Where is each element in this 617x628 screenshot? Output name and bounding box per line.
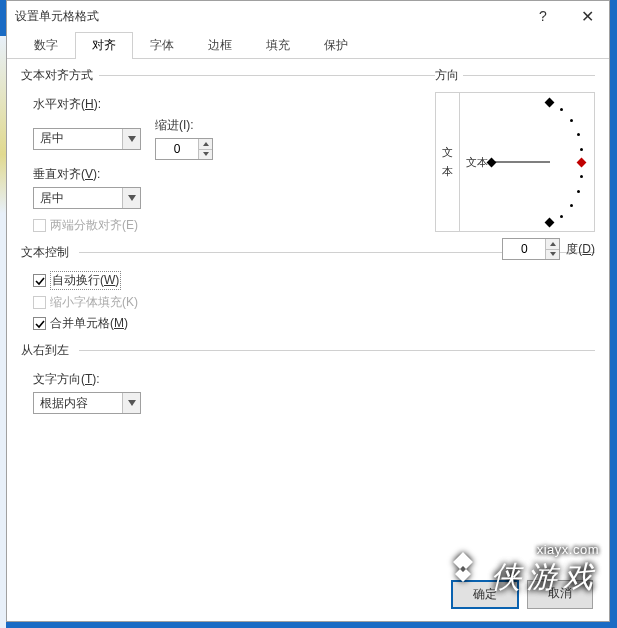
cancel-button[interactable]: 取消	[527, 580, 593, 609]
wrap-text-checkbox[interactable]: 自动换行(W)	[33, 271, 595, 290]
indent-spinner[interactable]	[155, 138, 213, 160]
dial-tick	[577, 133, 580, 136]
help-button[interactable]: ?	[521, 1, 565, 31]
group-label: 文本控制	[21, 244, 73, 261]
horizontal-align-combo[interactable]: 居中	[33, 128, 141, 150]
degree-spinner[interactable]	[502, 238, 560, 260]
dial-tick	[570, 204, 573, 207]
merge-cells-checkbox[interactable]: 合并单元格(M)	[33, 315, 595, 332]
chevron-down-icon	[122, 393, 140, 413]
degree-label: 度(D)	[566, 241, 595, 258]
vertical-align-combo[interactable]: 居中	[33, 187, 141, 209]
close-button[interactable]: ✕	[565, 1, 609, 31]
text-direction-combo[interactable]: 根据内容	[33, 392, 141, 414]
chevron-down-icon	[122, 129, 140, 149]
horizontal-align-value: 居中	[34, 129, 122, 149]
vertical-align-label: 垂直对齐(V):	[33, 166, 381, 183]
tab-font[interactable]: 字体	[133, 32, 191, 59]
vertical-align-value: 居中	[34, 188, 122, 208]
group-orientation: 方向 文 本 文本	[435, 67, 595, 260]
dial-tick	[570, 119, 573, 122]
justify-distributed-label: 两端分散对齐(E)	[50, 217, 138, 234]
dial-needle	[490, 162, 550, 163]
tab-protection[interactable]: 保护	[307, 32, 365, 59]
dial-marker	[487, 158, 497, 168]
dial-tick	[580, 175, 583, 178]
titlebar: 设置单元格格式 ? ✕	[7, 1, 609, 31]
shrink-label: 缩小字体填充(K)	[50, 294, 138, 311]
orientation-dial[interactable]: 文本	[460, 93, 594, 231]
window-title: 设置单元格格式	[15, 8, 99, 25]
degree-value[interactable]	[503, 239, 545, 259]
horizontal-align-label: 水平对齐(H):	[33, 96, 381, 113]
dialog-buttons: 确定 取消	[451, 580, 593, 609]
dial-tick	[577, 190, 580, 193]
shrink-to-fit-checkbox: 缩小字体填充(K)	[33, 294, 595, 311]
spinner-up-icon[interactable]	[546, 239, 559, 250]
chevron-down-icon	[122, 188, 140, 208]
indent-value[interactable]	[156, 139, 198, 159]
spinner-down-icon[interactable]	[546, 250, 559, 260]
dial-marker	[545, 98, 555, 108]
indent-label: 缩进(I):	[155, 117, 213, 134]
dial-marker-current	[577, 158, 587, 168]
tab-strip: 数字 对齐 字体 边框 填充 保护	[7, 31, 609, 59]
text-direction-value: 根据内容	[34, 393, 122, 413]
dial-tick	[580, 148, 583, 151]
group-label: 方向	[435, 68, 463, 82]
group-label: 从右到左	[21, 342, 73, 359]
group-right-to-left: 从右到左 文字方向(T): 根据内容	[21, 342, 595, 414]
tab-fill[interactable]: 填充	[249, 32, 307, 59]
orientation-control[interactable]: 文 本 文本	[435, 92, 595, 232]
tab-border[interactable]: 边框	[191, 32, 249, 59]
justify-distributed-checkbox: 两端分散对齐(E)	[33, 217, 381, 234]
dial-tick	[560, 215, 563, 218]
vertical-text-button[interactable]: 文 本	[436, 93, 460, 231]
dial-marker	[545, 218, 555, 228]
tab-number[interactable]: 数字	[17, 32, 75, 59]
dial-tick	[560, 108, 563, 111]
tab-content: 文本对齐方式 水平对齐(H): 居中 缩进(I):	[7, 59, 609, 621]
spinner-down-icon[interactable]	[199, 150, 212, 160]
dial-label: 文本	[466, 155, 488, 170]
spinner-up-icon[interactable]	[199, 139, 212, 150]
text-direction-label: 文字方向(T):	[33, 371, 595, 388]
dialog-window: 设置单元格格式 ? ✕ 数字 对齐 字体 边框 填充 保护 文本对齐方式 水平对…	[6, 0, 610, 622]
ok-button[interactable]: 确定	[451, 580, 519, 609]
group-label: 文本对齐方式	[21, 67, 97, 84]
tab-alignment[interactable]: 对齐	[75, 32, 133, 59]
